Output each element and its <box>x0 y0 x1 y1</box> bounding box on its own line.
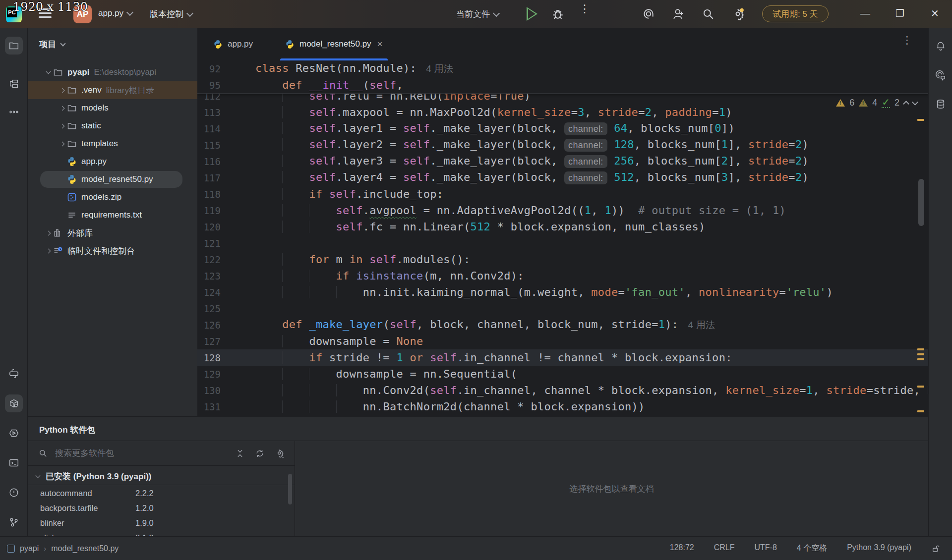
search-input[interactable]: 搜索更多软件包 <box>55 448 235 459</box>
chevron-right-icon[interactable] <box>57 89 67 92</box>
line-number[interactable]: 92 <box>197 63 255 74</box>
project-tool-button[interactable] <box>5 37 23 55</box>
line-number[interactable]: 128 <box>197 352 255 363</box>
line-number[interactable]: 125 <box>197 303 255 314</box>
line-number[interactable]: 121 <box>197 238 255 249</box>
trial-badge[interactable]: 试用期: 5 天 <box>762 5 829 22</box>
ai-assistant-icon[interactable] <box>642 7 655 20</box>
status-item[interactable]: CRLF <box>714 543 735 554</box>
inspection-widget[interactable]: 6 4 ✓ 2 <box>836 97 917 108</box>
tree-item-model-resnet50-py[interactable]: model_resnet50.py <box>28 170 197 188</box>
code-line-95[interactable]: 95 def __init__(self, <box>197 77 928 93</box>
tree-item-app-py[interactable]: app.py <box>28 153 197 170</box>
code-line-122[interactable]: 122 for m in self.modules(): <box>197 251 928 268</box>
code-line-125[interactable]: 125 <box>197 300 928 317</box>
close-tab-icon[interactable]: × <box>377 39 383 50</box>
code-line-117[interactable]: 117 self.layer4 = self._make_layer(block… <box>197 169 928 186</box>
database-tool-button[interactable] <box>932 95 950 113</box>
git-button[interactable] <box>5 513 23 531</box>
minimize-button[interactable]: — <box>860 8 870 19</box>
tree-item--[interactable]: 临时文件和控制台 <box>28 242 197 260</box>
line-number[interactable]: 124 <box>197 287 255 298</box>
tree-item-pyapi[interactable]: pyapiE:\desktop\pyapi <box>28 63 197 81</box>
vertical-scrollbar[interactable] <box>918 179 924 226</box>
maximize-button[interactable]: ❐ <box>895 8 904 19</box>
code-line-124[interactable]: 124 nn.init.kaiming_normal_(m.weight, mo… <box>197 284 928 300</box>
run-icon[interactable] <box>527 7 537 21</box>
tree-item-models[interactable]: models <box>28 99 197 117</box>
chevron-right-icon[interactable] <box>57 107 67 110</box>
collapse-all-icon[interactable] <box>235 448 245 458</box>
line-number[interactable]: 129 <box>197 369 255 380</box>
code-line-92[interactable]: 92class ResNet(nn.Module): 4 用法 <box>197 60 928 77</box>
line-number[interactable]: 117 <box>197 172 255 183</box>
line-number[interactable]: 126 <box>197 320 255 331</box>
tree-item--[interactable]: 外部库 <box>28 224 197 242</box>
code-line-130[interactable]: 130 nn.Conv2d(self.in_channel, channel *… <box>197 382 928 398</box>
line-number[interactable]: 116 <box>197 156 255 167</box>
next-issue-icon[interactable] <box>912 99 918 106</box>
code-line-120[interactable]: 120 self.fc = nn.Linear(512 * block.expa… <box>197 219 928 235</box>
code-line-128[interactable]: 128 if stride != 1 or self.in_channel !=… <box>197 349 928 366</box>
line-number[interactable]: 115 <box>197 140 255 151</box>
more-tool-windows-button[interactable] <box>5 103 23 121</box>
tab-bar-more-icon[interactable]: ⋮ <box>902 38 912 42</box>
unlocked-icon[interactable] <box>931 544 940 553</box>
gear-icon[interactable] <box>275 448 285 458</box>
python-packages-button[interactable] <box>5 394 23 412</box>
add-user-icon[interactable] <box>672 7 685 20</box>
chevron-right-icon[interactable] <box>57 142 67 146</box>
code-line-129[interactable]: 129 downsample = nn.Sequential( <box>197 366 928 382</box>
line-number[interactable]: 114 <box>197 123 255 134</box>
chevron-right-icon[interactable] <box>43 249 53 253</box>
code-line-115[interactable]: 115 self.layer2 = self._make_layer(block… <box>197 137 928 153</box>
line-number[interactable]: 120 <box>197 222 255 232</box>
structure-tool-button[interactable] <box>5 75 23 93</box>
status-item[interactable]: 128:72 <box>670 543 694 554</box>
line-number[interactable]: 119 <box>197 205 255 216</box>
terminal-button[interactable] <box>5 454 23 472</box>
vcs-menu[interactable]: 版本控制 <box>150 8 192 20</box>
kebab-icon[interactable]: ⋮ <box>579 6 590 11</box>
package-row[interactable]: backports.tarfile1.2.0 <box>28 501 295 515</box>
tree-item--venv[interactable]: .venvlibrary根目录 <box>28 81 197 99</box>
tree-item-models-zip[interactable]: models.zip <box>28 188 197 206</box>
code-line-118[interactable]: 118 if self.include_top: <box>197 186 928 202</box>
code-line-121[interactable]: 121 <box>197 235 928 251</box>
code-line-131[interactable]: 131 nn.BatchNorm2d(channel * block.expan… <box>197 398 928 415</box>
tree-item-static[interactable]: static <box>28 117 197 135</box>
line-number[interactable]: 122 <box>197 254 255 265</box>
packages-scrollbar[interactable] <box>288 474 292 504</box>
chevron-down-icon[interactable] <box>43 72 53 73</box>
status-item[interactable]: Python 3.9 (pyapi) <box>847 543 911 554</box>
python-console-button[interactable] <box>5 365 23 383</box>
package-row[interactable]: autocommand2.2.2 <box>28 486 295 501</box>
ai-assistant-tool-button[interactable] <box>932 66 950 84</box>
search-icon[interactable] <box>702 7 714 20</box>
line-number[interactable]: 131 <box>197 401 255 412</box>
status-item[interactable]: UTF-8 <box>754 543 776 554</box>
line-number[interactable]: 118 <box>197 189 255 200</box>
tab-model-resnet50-py[interactable]: model_resnet50.py × <box>278 28 390 60</box>
tree-item-requirements-txt[interactable]: requirements.txt <box>28 206 197 224</box>
project-selector[interactable]: app.py <box>98 8 132 18</box>
chevron-right-icon[interactable] <box>57 124 67 128</box>
code-line-116[interactable]: 116 self.layer3 = self._make_layer(block… <box>197 153 928 169</box>
chevron-right-icon[interactable] <box>43 231 53 235</box>
code-line-127[interactable]: 127 downsample = None <box>197 333 928 349</box>
tree-item-templates[interactable]: templates <box>28 135 197 153</box>
settings-gear-icon[interactable] <box>731 7 744 20</box>
debug-icon[interactable] <box>551 7 564 20</box>
refresh-icon[interactable] <box>255 448 265 458</box>
line-number[interactable]: 130 <box>197 385 255 396</box>
status-item[interactable]: 4 个空格 <box>797 543 827 554</box>
code-line-126[interactable]: 126 def _make_layer(self, block, channel… <box>197 317 928 333</box>
problems-button[interactable] <box>5 484 23 502</box>
close-button[interactable]: ✕ <box>931 8 939 19</box>
package-search-row[interactable]: 搜索更多软件包 <box>28 441 295 466</box>
breadcrumb[interactable]: pyapi › model_resnet50.py <box>7 544 670 553</box>
services-button[interactable] <box>5 424 23 442</box>
code-line-119[interactable]: 119 self.avgpool = nn.AdaptiveAvgPool2d(… <box>197 202 928 219</box>
code-area[interactable]: 112 self.relu = nn.ReLU(inplace=True)113… <box>197 60 928 416</box>
line-number[interactable]: 123 <box>197 271 255 281</box>
